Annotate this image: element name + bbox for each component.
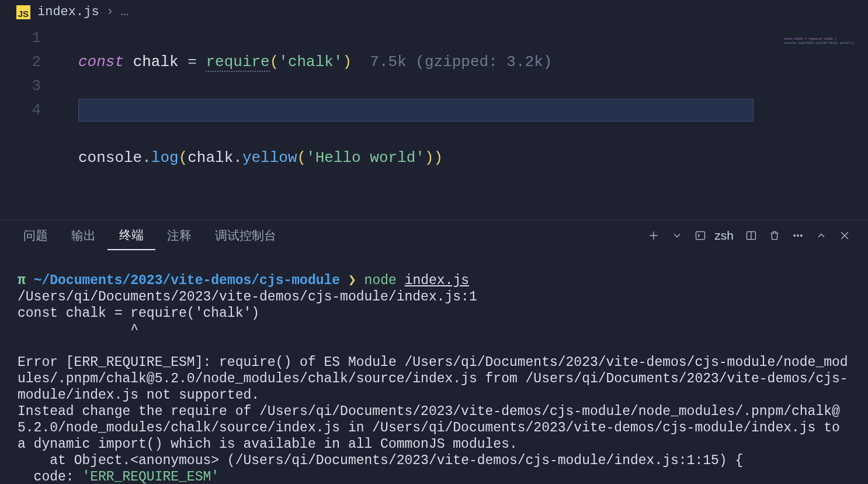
- terminal-error: Error [ERR_REQUIRE_ESM]: require() of ES…: [18, 355, 848, 452]
- close-icon: [839, 230, 850, 241]
- tab-output[interactable]: 输出: [60, 220, 107, 250]
- punct: (: [179, 149, 188, 167]
- dot: .: [233, 149, 242, 167]
- terminal-line: const chalk = require('chalk'): [18, 306, 259, 321]
- terminal-dropdown[interactable]: [665, 230, 689, 241]
- tab-problems[interactable]: 问题: [12, 220, 60, 250]
- tab-comments[interactable]: 注释: [155, 220, 203, 250]
- terminal-stack: at Object.<anonymous> (/Users/qi/Documen…: [18, 453, 743, 468]
- punct: (: [270, 53, 279, 71]
- keyword: const: [78, 53, 124, 71]
- terminal-profile-icon[interactable]: [689, 230, 712, 241]
- import-size-hint: 7.5k (gzipped: 3.2k): [352, 53, 552, 71]
- line-number: 1: [0, 26, 58, 50]
- string: 'Hello world': [306, 149, 425, 167]
- terminal-line: ^: [18, 322, 138, 337]
- command: node: [364, 273, 397, 288]
- plus-icon: [648, 230, 659, 241]
- close-panel-button[interactable]: [833, 230, 856, 241]
- svg-rect-0: [696, 231, 705, 239]
- punct: ): [434, 149, 443, 167]
- panel-tabbar: 问题 输出 终端 注释 调试控制台 zsh: [0, 220, 868, 250]
- split-icon: [745, 230, 757, 241]
- maximize-panel-button[interactable]: [810, 230, 833, 241]
- kill-terminal-button[interactable]: [763, 230, 786, 241]
- active-line-highlight: [78, 99, 754, 122]
- more-actions-button[interactable]: [786, 230, 810, 241]
- operator: =: [188, 53, 197, 71]
- breadcrumb: JS index.js › …: [0, 0, 868, 23]
- chevron-up-icon: [815, 230, 827, 241]
- editor-area[interactable]: 1 2 3 4 const chalk = require('chalk') 7…: [0, 23, 868, 220]
- breadcrumb-file[interactable]: index.js: [37, 5, 99, 19]
- punct: ): [425, 149, 434, 167]
- code-content[interactable]: const chalk = require('chalk') 7.5k (gzi…: [78, 26, 868, 218]
- line-number: 2: [0, 50, 58, 74]
- minimap[interactable]: const chalk = require('chalk') console.l…: [784, 33, 854, 50]
- prompt-arrow: ❯: [348, 273, 356, 288]
- breadcrumb-separator: ›: [106, 5, 114, 19]
- svg-point-3: [797, 234, 799, 236]
- prompt-cwd: ~/Documents/2023/vite-demos/cjs-module: [34, 273, 341, 288]
- svg-point-4: [801, 234, 803, 236]
- shell-name[interactable]: zsh: [712, 229, 739, 243]
- string: 'chalk': [279, 53, 342, 71]
- terminal-line: /Users/qi/Documents/2023/vite-demos/cjs-…: [18, 289, 477, 305]
- terminal-error-code: 'ERR_REQUIRE_ESM': [82, 469, 219, 484]
- punct: ): [343, 53, 352, 71]
- object: console: [78, 149, 142, 167]
- dot: .: [142, 149, 151, 167]
- function-call: require: [206, 53, 269, 72]
- terminal-code-label: code:: [18, 469, 82, 484]
- trash-icon: [769, 230, 780, 241]
- split-terminal-button[interactable]: [739, 230, 763, 241]
- variable: chalk: [133, 53, 179, 71]
- prompt-symbol: π: [18, 273, 26, 288]
- terminal-icon: [695, 230, 706, 241]
- method: yellow: [242, 149, 297, 167]
- js-file-icon: JS: [16, 5, 30, 19]
- minimap-line: console.log(chalk.yellow('Hello world')): [784, 42, 854, 45]
- minimap-line: const chalk = require('chalk'): [784, 37, 836, 41]
- chevron-down-icon: [671, 230, 683, 241]
- method: log: [151, 149, 179, 167]
- command-arg: index.js: [405, 273, 469, 288]
- terminal-output[interactable]: π ~/Documents/2023/vite-demos/cjs-module…: [0, 250, 868, 484]
- line-number: 4: [0, 98, 58, 122]
- breadcrumb-more[interactable]: …: [121, 5, 129, 19]
- tab-terminal[interactable]: 终端: [107, 220, 155, 250]
- object: chalk: [188, 149, 233, 167]
- new-terminal-button[interactable]: [642, 230, 665, 241]
- line-gutter: 1 2 3 4: [0, 26, 58, 122]
- ellipsis-icon: [792, 230, 804, 241]
- tab-debug-console[interactable]: 调试控制台: [203, 220, 288, 250]
- line-number: 3: [0, 74, 58, 98]
- svg-point-2: [794, 234, 796, 236]
- punct: (: [297, 149, 307, 167]
